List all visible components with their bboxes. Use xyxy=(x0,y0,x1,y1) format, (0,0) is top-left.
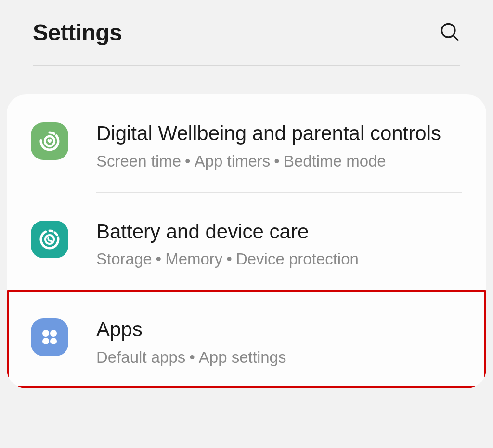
svg-point-7 xyxy=(50,338,57,344)
item-subtitle: Screen time•App timers•Bedtime mode xyxy=(96,151,467,172)
item-title: Battery and device care xyxy=(96,219,467,245)
svg-point-3 xyxy=(45,235,54,244)
svg-point-5 xyxy=(50,330,57,337)
settings-item-wellbeing[interactable]: Digital Wellbeing and parental controls … xyxy=(7,94,486,192)
item-content: Battery and device care Storage•Memory•D… xyxy=(96,219,467,270)
settings-item-apps[interactable]: Apps Default apps•App settings xyxy=(7,290,486,388)
settings-card: Digital Wellbeing and parental controls … xyxy=(7,94,486,388)
page-title: Settings xyxy=(33,19,122,46)
svg-point-4 xyxy=(42,330,49,337)
item-content: Digital Wellbeing and parental controls … xyxy=(96,120,467,172)
item-content: Apps Default apps•App settings xyxy=(96,316,467,368)
svg-point-0 xyxy=(442,24,455,37)
item-title: Digital Wellbeing and parental controls xyxy=(96,120,467,146)
apps-icon xyxy=(31,318,68,356)
item-title: Apps xyxy=(96,316,467,343)
svg-point-6 xyxy=(42,338,49,344)
search-icon xyxy=(439,21,460,42)
settings-item-device-care[interactable]: Battery and device care Storage•Memory•D… xyxy=(7,193,486,290)
search-button[interactable] xyxy=(439,21,460,44)
item-subtitle: Default apps•App settings xyxy=(96,347,467,368)
header-divider xyxy=(33,65,460,66)
device-care-icon xyxy=(31,221,68,258)
wellbeing-icon xyxy=(31,122,68,160)
item-subtitle: Storage•Memory•Device protection xyxy=(96,249,467,270)
svg-line-1 xyxy=(454,35,459,40)
header: Settings xyxy=(0,0,493,65)
